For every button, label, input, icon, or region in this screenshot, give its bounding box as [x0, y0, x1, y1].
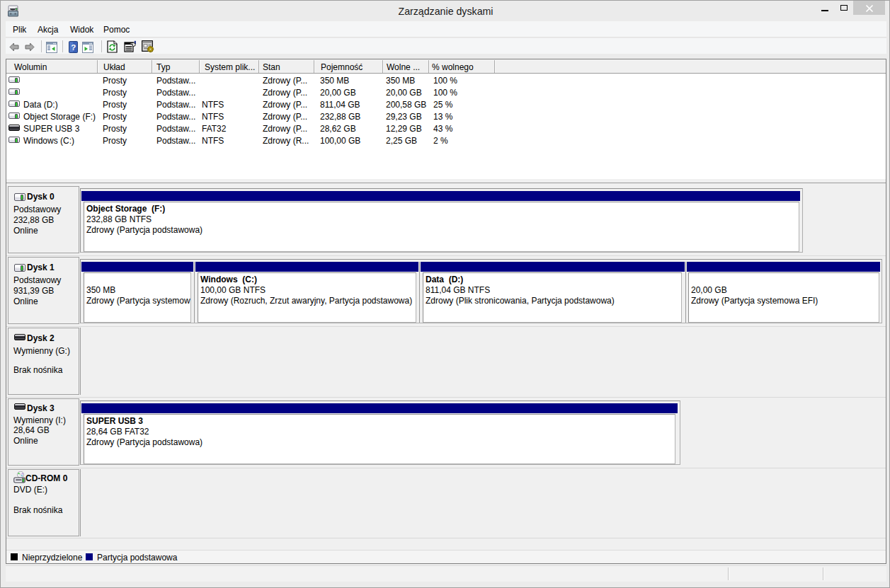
svg-text:?: ? [71, 43, 76, 52]
